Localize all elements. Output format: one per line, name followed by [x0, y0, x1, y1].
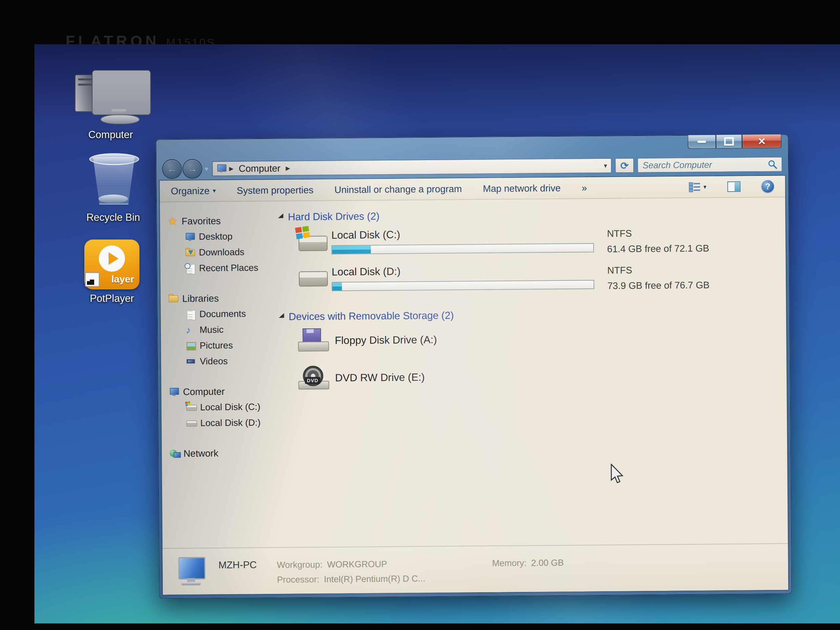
- minimize-button[interactable]: [687, 135, 716, 149]
- computer-mini-icon: [169, 387, 179, 396]
- map-network-drive-button[interactable]: Map network drive: [483, 182, 561, 194]
- file-list: Hard Disk Drives (2) Local Disk (C:): [268, 197, 788, 547]
- toolbar-overflow-button[interactable]: »: [581, 182, 587, 193]
- recycle-bin-icon: [85, 153, 141, 208]
- recent-places-icon: [185, 264, 195, 273]
- breadcrumb-chevron-icon[interactable]: ▶: [229, 165, 233, 172]
- potplayer-icon: layer: [84, 240, 139, 289]
- window-body: Organize ▾ System properties Uninstall o…: [159, 175, 789, 595]
- pictures-icon: [186, 341, 196, 351]
- downloads-icon: [185, 248, 195, 257]
- change-view-button[interactable]: ▾: [689, 182, 706, 192]
- address-dropdown-icon[interactable]: ▾: [604, 162, 608, 170]
- play-icon: [109, 252, 118, 265]
- workgroup-value: WORKGROUP: [327, 559, 387, 570]
- details-pane: MZH-PC Workgroup: WORKGROUP Memory: 2.00…: [163, 543, 788, 595]
- sidebar-item-music[interactable]: ♪ Music: [169, 322, 269, 338]
- organize-label: Organize: [171, 185, 210, 197]
- system-drive-icon: [186, 403, 196, 412]
- drive-icon: [186, 419, 196, 428]
- videos-icon: [186, 357, 196, 366]
- back-button[interactable]: ←: [162, 159, 182, 179]
- sidebar-item-local-disk-d[interactable]: Local Disk (D:): [169, 415, 270, 431]
- sidebar-group-label: Computer: [183, 386, 225, 397]
- desktop-icon-potplayer[interactable]: layer PotPlayer: [66, 240, 158, 305]
- desktop-icon-label: PotPlayer: [90, 293, 134, 305]
- group-header-label: Devices with Removable Storage (2): [289, 309, 454, 322]
- free-space-label: 61.4 GB free of 72.1 GB: [607, 243, 709, 254]
- sidebar-item-label: Downloads: [199, 247, 245, 257]
- organize-button[interactable]: Organize ▾: [171, 185, 216, 197]
- computer-mini-icon: [216, 164, 226, 173]
- network-icon: [170, 449, 180, 458]
- preview-pane-button[interactable]: [728, 182, 741, 192]
- explorer-window: ✕ ← → ▾ ▶ Computer ▶ ▾ ⟳: [156, 134, 792, 598]
- hard-drive-d-icon: [297, 265, 329, 290]
- sidebar-item-label: Local Disk (C:): [200, 402, 261, 412]
- help-button[interactable]: ?: [761, 180, 774, 193]
- desktop-icon-label: Computer: [88, 129, 133, 141]
- sidebar-item-downloads[interactable]: Downloads: [168, 244, 268, 261]
- drive-item-floppy-a[interactable]: Floppy Disk Drive (A:): [297, 325, 774, 353]
- search-icon: [767, 159, 778, 170]
- documents-icon: [186, 310, 196, 319]
- sidebar-item-label: Videos: [200, 356, 228, 367]
- uninstall-program-button[interactable]: Uninstall or change a program: [334, 183, 462, 195]
- dvd-drive-icon: DVD: [298, 366, 330, 390]
- forward-arrow-icon: →: [187, 163, 197, 175]
- sidebar-item-libraries[interactable]: Libraries: [168, 290, 269, 306]
- drive-item-local-disk-c[interactable]: Local Disk (C:) NTFS 61.4 GB free of 72.…: [297, 225, 773, 257]
- hard-drive-c-icon: [297, 228, 328, 253]
- navigation-pane: ★ Favorites Desktop Downloads Recent Pla…: [160, 202, 271, 548]
- desktop: Computer Recycle Bin layer PotPlayer ✕ ←: [35, 44, 840, 624]
- sidebar-item-documents[interactable]: Documents: [169, 306, 269, 322]
- views-icon: [689, 182, 700, 192]
- drive-item-dvd-e[interactable]: DVD DVD RW Drive (E:): [298, 362, 774, 390]
- sidebar-item-desktop[interactable]: Desktop: [168, 228, 268, 245]
- address-bar[interactable]: ▶ Computer ▶ ▾: [212, 158, 612, 177]
- computer-details-icon: [175, 555, 207, 588]
- floppy-drive-icon: [297, 328, 329, 353]
- maximize-icon: [724, 137, 734, 146]
- breadcrumb-computer[interactable]: Computer: [237, 163, 283, 174]
- dvd-label: DVD: [305, 377, 320, 384]
- drive-name: Floppy Disk Drive (A:): [335, 333, 437, 346]
- sidebar-item-recent-places[interactable]: Recent Places: [168, 260, 268, 276]
- disk-usage-bar: [332, 280, 594, 291]
- sidebar-item-network[interactable]: Network: [170, 445, 270, 461]
- maximize-button[interactable]: [716, 135, 742, 149]
- sidebar-item-computer[interactable]: Computer: [169, 383, 269, 399]
- music-note-icon: ♪: [186, 325, 196, 335]
- refresh-button[interactable]: ⟳: [615, 158, 634, 173]
- preview-pane-icon: [728, 182, 741, 192]
- desktop-icon-label: Recycle Bin: [86, 212, 140, 223]
- forward-button[interactable]: →: [182, 159, 202, 178]
- search-box[interactable]: [637, 157, 782, 173]
- drive-item-local-disk-d[interactable]: Local Disk (D:) NTFS 73.9 GB free of 76.…: [297, 262, 773, 294]
- processor-label: Processor:: [277, 574, 319, 585]
- processor-value: Intel(R) Pentium(R) D C...: [324, 573, 425, 584]
- sidebar-item-videos[interactable]: Videos: [169, 353, 269, 369]
- system-properties-button[interactable]: System properties: [237, 185, 313, 196]
- search-input[interactable]: [642, 159, 764, 171]
- desktop-icon-recycle-bin[interactable]: Recycle Bin: [67, 153, 159, 223]
- sidebar-item-favorites[interactable]: ★ Favorites: [168, 213, 268, 229]
- sidebar-group-label: Libraries: [182, 293, 218, 304]
- filesystem-label: NTFS: [607, 227, 709, 239]
- memory-label: Memory:: [492, 558, 527, 568]
- group-header-hard-disks[interactable]: Hard Disk Drives (2): [278, 207, 772, 223]
- recent-pages-dropdown[interactable]: ▾: [205, 165, 208, 172]
- breadcrumb-chevron-icon[interactable]: ▶: [286, 165, 290, 172]
- views-dropdown-icon: ▾: [704, 183, 706, 190]
- sidebar-item-label: Pictures: [199, 340, 233, 351]
- sidebar-item-pictures[interactable]: Pictures: [169, 337, 269, 354]
- desktop-mini-icon: [185, 232, 195, 242]
- refresh-icon: ⟳: [621, 160, 629, 171]
- close-button[interactable]: ✕: [742, 134, 781, 148]
- disk-usage-bar: [332, 243, 594, 254]
- desktop-icon-computer[interactable]: Computer: [65, 70, 156, 141]
- potplayer-badge-text: layer: [111, 274, 134, 285]
- sidebar-item-local-disk-c[interactable]: Local Disk (C:): [169, 399, 270, 415]
- close-icon: ✕: [758, 135, 766, 147]
- drive-name: DVD RW Drive (E:): [335, 371, 425, 384]
